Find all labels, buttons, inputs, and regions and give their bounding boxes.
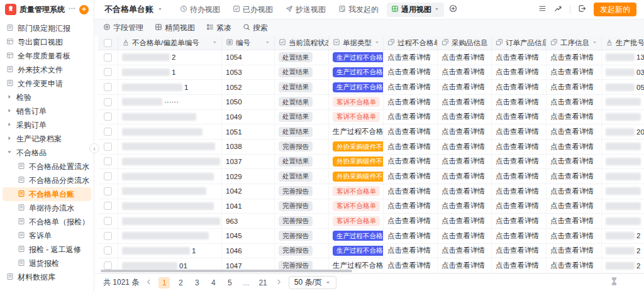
page-title[interactable]: 不合格单台账 <box>104 4 153 15</box>
chevron-down-icon[interactable] <box>592 39 597 47</box>
page-number[interactable]: 1 <box>158 277 170 288</box>
chevron-down-icon[interactable] <box>374 39 380 47</box>
column-header[interactable]: 生产批号 <box>602 36 644 50</box>
view-details-link[interactable]: 点击查看详情 <box>496 246 539 255</box>
view-details-link[interactable]: 点击查看详情 <box>550 67 594 77</box>
chevron-down-icon[interactable] <box>212 39 218 47</box>
view-details-link[interactable]: 点击查看详情 <box>496 187 539 196</box>
column-header[interactable]: 工序信息 <box>547 36 602 50</box>
sidebar-item[interactable]: 采购订单 <box>3 118 91 132</box>
row-checkbox[interactable] <box>104 113 112 121</box>
column-header[interactable]: 单据类型 <box>329 36 384 50</box>
row-checkbox[interactable] <box>104 53 112 62</box>
sidebar-item[interactable]: 销售订单 <box>3 104 91 118</box>
more-icon[interactable] <box>68 4 76 14</box>
row-checkbox[interactable] <box>104 98 112 106</box>
page-size-select[interactable]: 50 条/页 <box>289 276 336 289</box>
view-details-link[interactable]: 点击查看详情 <box>441 216 485 226</box>
view-details-link[interactable]: 点击查看详情 <box>441 246 485 255</box>
view-details-link[interactable]: 点击查看详情 <box>441 172 485 181</box>
row-checkbox[interactable] <box>104 217 112 225</box>
view-details-link[interactable]: 点击查看详情 <box>496 261 539 270</box>
view-details-link[interactable]: 点击查看详情 <box>441 261 485 270</box>
column-header[interactable]: 当前流程状态 <box>275 36 329 50</box>
column-header[interactable]: 订单产品信息 <box>492 36 547 50</box>
toolbar-item[interactable]: 紧凑 <box>206 23 231 33</box>
chart-icon[interactable] <box>554 4 562 14</box>
chevron-down-icon[interactable] <box>265 39 270 47</box>
sidebar-item[interactable]: 客诉单 <box>3 229 91 243</box>
view-details-link[interactable]: 点击查看详情 <box>496 156 539 166</box>
sidebar-item[interactable]: 不合格品分类流水 <box>3 173 91 187</box>
view-details-link[interactable]: 点击查看详情 <box>387 172 431 181</box>
list-view-icon[interactable] <box>538 4 547 14</box>
row-checkbox[interactable] <box>104 128 112 136</box>
view-details-link[interactable]: 点击查看详情 <box>387 97 431 107</box>
row-checkbox[interactable] <box>104 246 112 255</box>
view-details-link[interactable]: 点击查看详情 <box>441 82 485 92</box>
view-tab[interactable]: 抄送视图 <box>281 3 330 17</box>
column-header[interactable]: 过程不合格单 <box>384 36 438 50</box>
view-details-link[interactable]: 点击查看详情 <box>496 53 539 62</box>
row-checkbox[interactable] <box>104 68 112 76</box>
toolbar-item[interactable]: 搜索 <box>243 23 268 33</box>
view-details-link[interactable]: 点击查看详情 <box>387 187 431 196</box>
create-new-button[interactable]: 发起新的 <box>594 3 636 16</box>
view-details-link[interactable]: 点击查看详情 <box>441 231 485 241</box>
sidebar-item[interactable]: 外来技术文件 <box>3 63 91 77</box>
view-details-link[interactable]: 点击查看详情 <box>550 53 594 62</box>
sidebar-item[interactable]: 不合格品处置流水 <box>3 160 91 173</box>
view-details-link[interactable]: 点击查看详情 <box>387 201 431 211</box>
view-details-link[interactable]: 点击查看详情 <box>496 112 539 121</box>
view-details-link[interactable]: 点击查看详情 <box>550 127 594 136</box>
page-number[interactable]: 4 <box>208 277 219 288</box>
view-tab[interactable]: 通用视图 <box>387 3 444 17</box>
sidebar-item[interactable]: 生产记录档案 <box>3 132 91 146</box>
view-details-link[interactable]: 点击查看详情 <box>496 142 539 151</box>
row-checkbox[interactable] <box>104 143 112 151</box>
view-details-link[interactable]: 点击查看详情 <box>387 112 431 121</box>
view-tab[interactable]: 已办视图 <box>228 3 277 17</box>
view-details-link[interactable]: 点击查看详情 <box>441 97 485 107</box>
view-details-link[interactable]: 点击查看详情 <box>441 53 485 62</box>
sidebar-item[interactable]: 全年度质量看板 <box>3 49 91 63</box>
view-details-link[interactable]: 点击查看详情 <box>550 82 594 92</box>
row-checkbox[interactable] <box>104 202 112 210</box>
view-details-link[interactable]: 点击查看详情 <box>550 261 594 270</box>
view-details-link[interactable]: 点击查看详情 <box>550 246 594 255</box>
sidebar-item[interactable]: 文件变更申请 <box>3 77 91 91</box>
view-details-link[interactable]: 点击查看详情 <box>387 127 431 136</box>
next-page-icon[interactable] <box>275 278 282 287</box>
view-details-link[interactable]: 点击查看详情 <box>387 246 431 255</box>
view-details-link[interactable]: 点击查看详情 <box>441 156 485 166</box>
toolbar-item[interactable]: 字段管理 <box>103 23 143 33</box>
sidebar-add-button[interactable] <box>79 5 89 14</box>
view-details-link[interactable]: 点击查看详情 <box>387 216 431 226</box>
column-header[interactable]: 编号 <box>222 36 275 50</box>
column-header[interactable]: 不合格单/偏差单编号 <box>118 36 222 50</box>
view-details-link[interactable]: 点击查看详情 <box>441 142 485 151</box>
view-details-link[interactable]: 点击查看详情 <box>496 216 539 226</box>
row-checkbox[interactable] <box>104 232 112 240</box>
row-checkbox[interactable] <box>104 172 112 180</box>
view-details-link[interactable]: 点击查看详情 <box>387 53 431 62</box>
prev-page-icon[interactable] <box>145 278 152 287</box>
view-details-link[interactable]: 点击查看详情 <box>387 82 431 92</box>
sidebar-item[interactable]: 导出窗口视图 <box>3 35 91 49</box>
view-tab[interactable]: 我发起的 <box>334 3 383 17</box>
view-details-link[interactable]: 点击查看详情 <box>550 172 594 181</box>
view-details-link[interactable]: 点击查看详情 <box>496 67 539 77</box>
view-details-link[interactable]: 点击查看详情 <box>550 97 594 107</box>
row-checkbox[interactable] <box>104 157 112 165</box>
view-details-link[interactable]: 点击查看详情 <box>387 231 431 241</box>
view-details-link[interactable]: 点击查看详情 <box>441 187 485 196</box>
page-number[interactable]: 3 <box>191 277 203 288</box>
view-details-link[interactable]: 点击查看详情 <box>441 201 485 211</box>
add-view-button[interactable] <box>449 4 457 14</box>
sidebar-item[interactable]: 不合格单台账 <box>3 187 91 201</box>
view-details-link[interactable]: 点击查看详情 <box>441 112 485 121</box>
view-details-link[interactable]: 点击查看详情 <box>550 187 594 196</box>
page-number[interactable]: 21 <box>257 277 269 288</box>
sidebar-item[interactable]: 报检 - 返工返修 <box>3 243 91 256</box>
page-number[interactable]: 5 <box>224 277 235 288</box>
